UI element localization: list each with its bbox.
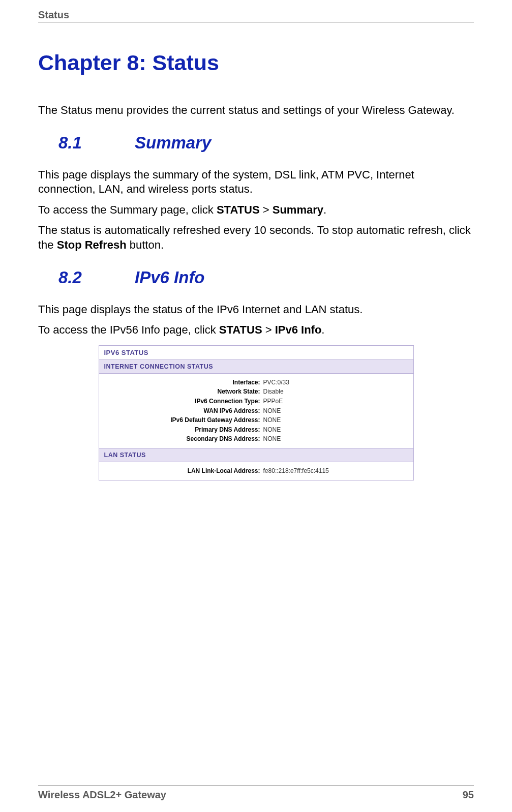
header-divider — [38, 22, 474, 22]
kv-row: Secondary DNS Address:NONE — [103, 434, 409, 444]
intro-paragraph: The Status menu provides the current sta… — [38, 103, 474, 118]
breadcrumb-status: STATUS — [217, 203, 260, 216]
section-title: IPv6 Info — [135, 268, 205, 287]
panel-subheader-internet: INTERNET CONNECTION STATUS — [99, 359, 413, 374]
s82-p2: To access the IPv56 Info page, click STA… — [38, 323, 474, 338]
page-header-section: Status — [38, 9, 474, 22]
footer-page-number: 95 — [463, 789, 474, 801]
internet-status-body: Interface:PVC:0/33 Network State:Disable… — [99, 374, 413, 448]
section-title: Summary — [135, 133, 211, 152]
breadcrumb-ipv6info: IPv6 Info — [275, 323, 322, 336]
stop-refresh-label: Stop Refresh — [57, 238, 127, 251]
chapter-title: Chapter 8: Status — [38, 50, 474, 75]
footer-product: Wireless ADSL2+ Gateway — [38, 789, 166, 801]
lan-status-body: LAN Link-Local Address:fe80::218:e7ff:fe… — [99, 462, 413, 480]
kv-row: IPv6 Default Gateway Address:NONE — [103, 415, 409, 425]
section-number: 8.2 — [58, 268, 135, 287]
panel-title: IPV6 STATUS — [99, 346, 413, 359]
s81-p3: The status is automatically refreshed ev… — [38, 223, 474, 252]
kv-row: Primary DNS Address:NONE — [103, 425, 409, 435]
kv-row: IPv6 Connection Type:PPPoE — [103, 397, 409, 406]
breadcrumb-summary: Summary — [273, 203, 323, 216]
kv-row: Network State:Disable — [103, 387, 409, 397]
s81-p1: This page displays the summary of the sy… — [38, 168, 474, 197]
section-number: 8.1 — [58, 133, 135, 153]
ipv6-status-panel: IPV6 STATUS INTERNET CONNECTION STATUS I… — [99, 345, 414, 480]
page-footer: Wireless ADSL2+ Gateway 95 — [38, 786, 474, 801]
kv-row: Interface:PVC:0/33 — [103, 378, 409, 387]
footer-divider — [38, 786, 474, 786]
kv-row: LAN Link-Local Address:fe80::218:e7ff:fe… — [103, 466, 409, 476]
breadcrumb-status: STATUS — [219, 323, 262, 336]
section-8-2-heading: 8.2IPv6 Info — [58, 268, 474, 287]
section-8-1-heading: 8.1Summary — [58, 133, 474, 153]
panel-subheader-lan: LAN STATUS — [99, 448, 413, 462]
s82-p1: This page displays the status of the IPv… — [38, 303, 474, 317]
kv-row: WAN IPv6 Address:NONE — [103, 406, 409, 416]
s81-p2: To access the Summary page, click STATUS… — [38, 203, 474, 218]
